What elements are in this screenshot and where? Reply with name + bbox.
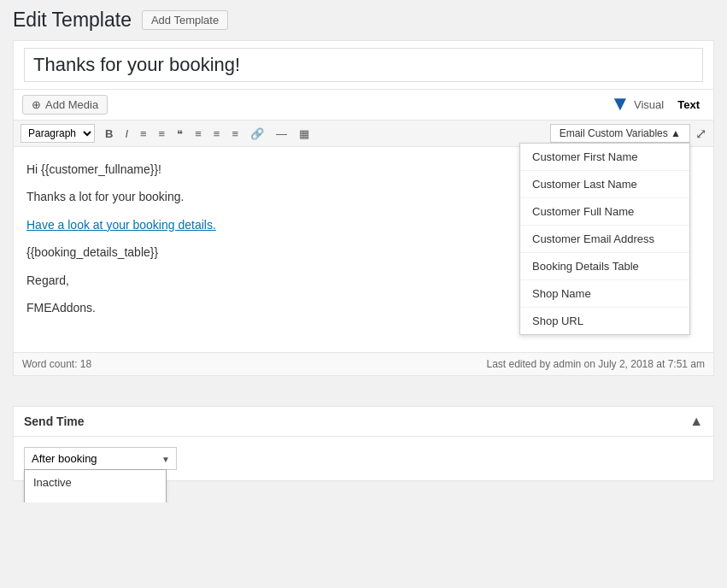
email-vars-dropdown: Customer First Name Customer Last Name C… <box>519 143 690 335</box>
link-button[interactable]: 🔗 <box>245 125 269 143</box>
add-template-button[interactable]: Add Template <box>142 10 228 30</box>
expand-button[interactable]: ⤢ <box>695 126 706 142</box>
email-var-item-6[interactable]: Shop Name <box>520 280 689 308</box>
template-title-input[interactable] <box>24 48 703 82</box>
align-center-button[interactable]: ≡ <box>208 125 226 143</box>
visual-text-tabs: Visual Text <box>629 96 705 114</box>
booking-details-link[interactable]: Have a look at your booking details. <box>26 218 216 232</box>
email-var-item-1[interactable]: Customer First Name <box>520 144 689 171</box>
media-icon: ⊕ <box>32 98 41 111</box>
email-vars-container: ▼ Email Custom Variables ▲ Customer Firs… <box>550 124 690 143</box>
send-time-select-wrapper: Inactive After booking One day before Ch… <box>24 447 177 470</box>
email-var-item-5[interactable]: Booking Details Table <box>520 253 689 280</box>
send-time-title: Send Time <box>24 415 85 428</box>
email-var-item-7[interactable]: Shop URL <box>520 308 689 334</box>
more-button[interactable]: — <box>271 125 292 143</box>
unordered-list-button[interactable]: ≡ <box>135 125 152 143</box>
media-toolbar-row: ⊕ Add Media Visual Text <box>14 90 713 121</box>
text-tab[interactable]: Text <box>672 96 705 114</box>
collapse-button[interactable]: ▲ <box>689 414 703 429</box>
send-time-panel: Send Time ▲ Inactive After booking One d… <box>13 406 714 481</box>
table-button[interactable]: ▦ <box>294 125 314 143</box>
align-left-button[interactable]: ≡ <box>190 125 207 143</box>
visual-tab[interactable]: Visual <box>629 96 669 114</box>
last-edited: Last edited by admin on July 2, 2018 at … <box>487 358 706 370</box>
dropdown-arrow-indicator: ▼ <box>610 93 630 114</box>
align-right-button[interactable]: ≡ <box>226 125 243 143</box>
ordered-list-button[interactable]: ≡ <box>154 125 171 143</box>
page-title: Edit Template <box>13 9 132 32</box>
title-area <box>14 41 713 90</box>
send-time-dropdown: Inactive After booking One day before Ch… <box>24 469 167 503</box>
editor-panel: ⊕ Add Media Visual Text Paragraph B I ≡ … <box>13 40 714 376</box>
email-vars-button[interactable]: Email Custom Variables ▲ <box>550 124 690 143</box>
send-time-select[interactable]: Inactive After booking One day before Ch… <box>24 447 177 470</box>
add-media-label: Add Media <box>45 98 98 111</box>
email-var-item-3[interactable]: Customer Full Name <box>520 198 689 226</box>
send-time-body: Inactive After booking One day before Ch… <box>14 437 713 480</box>
send-option-after-booking[interactable]: After booking <box>25 495 166 503</box>
blockquote-button[interactable]: ❝ <box>172 125 188 143</box>
editor-footer: Word count: 18 Last edited by admin on J… <box>14 352 713 375</box>
format-toolbar: Paragraph B I ≡ ≡ ❝ ≡ ≡ ≡ 🔗 — ▦ ▼ Emai <box>14 121 713 147</box>
italic-button[interactable]: I <box>120 125 133 143</box>
send-option-inactive[interactable]: Inactive <box>25 470 166 495</box>
email-vars-label: Email Custom Variables ▲ <box>560 127 681 139</box>
word-count: Word count: 18 <box>22 358 91 370</box>
email-var-item-4[interactable]: Customer Email Address <box>520 226 689 253</box>
add-media-button[interactable]: ⊕ Add Media <box>22 95 108 115</box>
email-var-item-2[interactable]: Customer Last Name <box>520 171 689 198</box>
paragraph-select[interactable]: Paragraph <box>21 124 95 143</box>
send-time-header: Send Time ▲ <box>14 407 713 437</box>
bold-button[interactable]: B <box>100 125 118 143</box>
